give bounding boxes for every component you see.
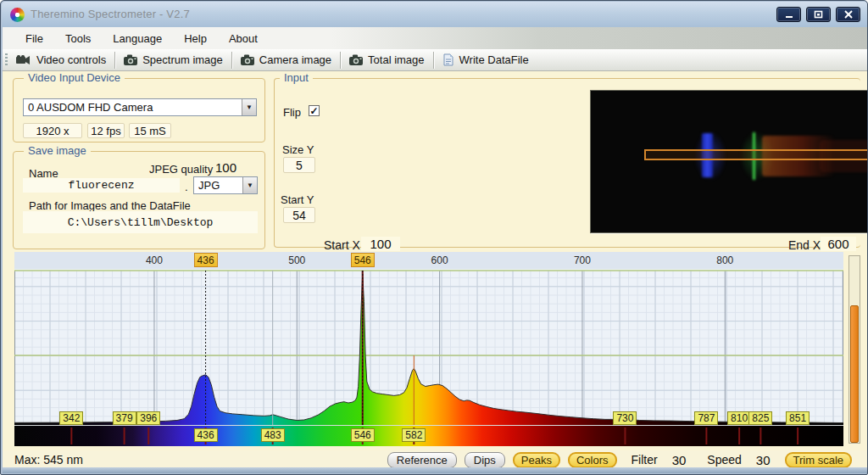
speed-value[interactable]: 30 — [749, 453, 777, 467]
video-device-value: 0 AUSDOM FHD Camera — [24, 101, 242, 114]
trim-scale-button[interactable]: Trim scale — [785, 452, 852, 468]
peak-badge: 396 — [136, 411, 160, 425]
size-y-label: Size Y — [282, 143, 314, 156]
start-x-label: Start X — [324, 238, 360, 252]
peak-badge: 342 — [59, 411, 83, 425]
toolbar-label: Camera image — [259, 53, 331, 66]
check-icon: ✓ — [309, 106, 318, 116]
dot-separator: . — [185, 181, 188, 193]
level-scrollbar-thumb[interactable] — [850, 305, 859, 443]
resolution-field: 1920 x — [23, 123, 82, 138]
camera-icon — [349, 54, 363, 65]
toolbar-label: Spectrum image — [142, 53, 223, 66]
path-label: Path for Images and the DataFile — [29, 199, 191, 212]
toolbar-total-image[interactable]: Total image — [341, 49, 432, 70]
camera-icon — [124, 54, 137, 65]
theremino-logo-icon — [10, 8, 25, 22]
path-input[interactable]: C:\Users\tillm\Desktop — [23, 211, 258, 233]
peak-badge: 436 — [194, 428, 218, 442]
peak-badge: 483 — [261, 428, 285, 442]
tool-bar: Video controls Spectrum image Camera ima… — [3, 49, 867, 71]
camera-icon — [241, 54, 254, 65]
jpeg-quality-value[interactable]: 100 — [215, 160, 236, 175]
menu-language[interactable]: Language — [102, 27, 173, 49]
chevron-down-icon[interactable]: ▼ — [242, 177, 257, 193]
format-value: JPG — [194, 179, 242, 192]
peak-badge: 787 — [694, 411, 718, 425]
format-select[interactable]: JPG ▼ — [193, 176, 258, 194]
menu-help[interactable]: Help — [173, 27, 218, 49]
max-peak-readout: Max: 545 nm — [14, 453, 83, 467]
main-panel: Video Input Device 0 AUSDOM FHD Camera ▼… — [3, 71, 867, 450]
scan-selection-rectangle[interactable] — [644, 149, 868, 160]
close-icon — [844, 10, 853, 19]
menu-tools[interactable]: Tools — [54, 27, 102, 49]
save-image-group: Save image Name JPEG quality 100 fluorec… — [13, 151, 265, 249]
size-y-input[interactable]: 5 — [283, 157, 315, 173]
peak-badge: 730 — [613, 411, 637, 425]
x-axis-tick-label: 400 — [146, 254, 163, 266]
filter-label: Filter — [632, 453, 658, 467]
close-button[interactable] — [836, 7, 860, 22]
chevron-down-icon[interactable]: ▼ — [242, 99, 256, 115]
exposure-field: 15 mS — [129, 123, 171, 138]
restore-icon — [814, 10, 823, 19]
status-bar: Max: 545 nm Reference Dips Peaks Colors … — [3, 450, 867, 469]
toolbar-camera-image[interactable]: Camera image — [232, 49, 340, 70]
toolbar-spectrum-image[interactable]: Spectrum image — [115, 49, 231, 70]
menu-file[interactable]: File — [14, 27, 54, 49]
flip-label: Flip — [283, 106, 301, 119]
toolbar-video-controls[interactable]: Video controls — [8, 49, 114, 70]
end-x-label: End X — [788, 238, 821, 252]
peak-badge: 825 — [748, 411, 772, 425]
menu-about[interactable]: About — [218, 27, 269, 49]
peaks-button[interactable]: Peaks — [513, 452, 560, 468]
toolbar-label: Write DataFile — [459, 53, 529, 66]
toolbar-write-datafile[interactable]: Write DataFile — [434, 49, 537, 70]
peak-badge: 851 — [786, 411, 810, 425]
peak-badge-top: 546 — [351, 253, 375, 267]
video-input-group-label: Video Input Device — [24, 71, 125, 84]
x-axis-band: 400500600700800436546 — [14, 252, 843, 269]
camera-preview[interactable] — [590, 90, 868, 233]
title-bar[interactable]: Theremino Spectrometer - V2.7 — [2, 2, 867, 27]
x-axis-tick-label: 800 — [716, 254, 733, 266]
jpeg-quality-label: JPEG quality — [149, 163, 213, 176]
video-camera-icon — [16, 55, 31, 65]
reference-button[interactable]: Reference — [387, 452, 457, 468]
peak-badge-top: 436 — [194, 253, 218, 267]
toolbar-label: Video controls — [36, 53, 106, 66]
x-axis-tick-label: 500 — [288, 254, 305, 266]
restore-button[interactable] — [806, 7, 831, 22]
input-group-label: Input — [280, 71, 313, 84]
peak-badge: 582 — [402, 428, 426, 442]
flip-checkbox[interactable]: ✓ — [309, 105, 320, 116]
start-y-label: Start Y — [281, 193, 314, 206]
fps-field: 12 fps — [87, 123, 125, 138]
toolbar-label: Total image — [368, 53, 424, 66]
filename-input[interactable]: fluorecenz — [23, 178, 180, 193]
input-group: Input Flip ✓ Size Y 5 Start Y 54 — [274, 78, 860, 248]
start-y-input[interactable]: 54 — [283, 207, 315, 223]
speed-label: Speed — [707, 453, 741, 467]
datafile-icon — [442, 53, 454, 66]
x-axis-tick-label: 700 — [574, 254, 591, 266]
spectrum-chart-area: 400500600700800436546 342379396730787810… — [9, 252, 864, 450]
minimize-button[interactable] — [776, 7, 801, 22]
end-x-input[interactable]: 600 — [821, 237, 856, 251]
window-title: Theremino Spectrometer - V2.7 — [31, 8, 190, 20]
peak-badge: 379 — [113, 411, 136, 425]
menu-bar: File Tools Language Help About — [3, 27, 867, 49]
filter-value[interactable]: 30 — [665, 453, 693, 467]
level-scrollbar[interactable] — [849, 255, 860, 444]
peak-badge: 546 — [351, 428, 375, 442]
window-bottom-frame — [3, 467, 867, 473]
colors-button[interactable]: Colors — [568, 452, 617, 468]
peak-badge: 810 — [727, 411, 751, 425]
dips-button[interactable]: Dips — [465, 452, 505, 468]
video-device-select[interactable]: 0 AUSDOM FHD Camera ▼ — [23, 98, 257, 116]
video-input-group: Video Input Device 0 AUSDOM FHD Camera ▼… — [13, 78, 265, 142]
save-image-group-label: Save image — [24, 144, 91, 157]
minimize-icon — [785, 11, 793, 19]
start-x-input[interactable]: 100 — [361, 237, 400, 251]
